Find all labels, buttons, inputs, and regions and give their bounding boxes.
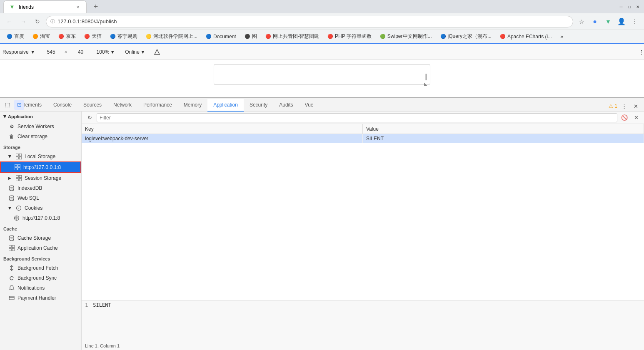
sidebar-item-local-storage[interactable]: ▶ Local Storage [0, 151, 81, 161]
col-header-key: Key [82, 124, 363, 134]
filter-input[interactable] [97, 113, 617, 122]
svg-rect-3 [19, 157, 22, 159]
bookmark-swiper[interactable]: 🟢 Swiper中文网制作... [377, 32, 435, 41]
svg-rect-0 [16, 154, 18, 156]
minimize-btn[interactable]: ─ [618, 4, 624, 10]
vuejs-btn[interactable]: ▼ [602, 16, 614, 27]
chrome-btn[interactable]: ● [589, 16, 601, 27]
new-tab-btn[interactable]: + [90, 1, 102, 12]
bookmark-hebei[interactable]: 🟡 河北软件学院网上... [142, 32, 201, 41]
table-header: Key Value [82, 124, 644, 134]
maximize-btn[interactable]: □ [627, 4, 632, 10]
window-controls: ─ □ ✕ [618, 4, 641, 10]
devtools-close-btn[interactable]: ✕ [631, 101, 641, 111]
table-area: Key Value loglevel:webpack-dev-server SI… [82, 124, 644, 300]
url-lock-icon: ⓘ [50, 18, 55, 25]
filter-clear-btn[interactable]: ✕ [632, 113, 641, 122]
sidebar-item-service-workers[interactable]: ⚙ Service Workers [0, 122, 81, 132]
bookmark-img[interactable]: ⚫ 图 [241, 32, 260, 41]
bookmark-jquery[interactable]: 🔵 jQuery之家（漫布... [437, 32, 495, 41]
reload-btn[interactable]: ↻ [32, 16, 43, 27]
sidebar-item-payment-handler[interactable]: Payment Handler [0, 293, 81, 303]
cookies-url-icon [13, 215, 20, 221]
sidebar-item-label: Cache Storage [17, 235, 51, 241]
bookmark-document[interactable]: 🔵 Document [202, 32, 240, 41]
forward-btn[interactable]: → [17, 16, 29, 27]
menu-btn[interactable]: ⋮ [629, 16, 641, 27]
back-btn[interactable]: ← [3, 16, 15, 27]
sidebar-item-label: Cookies [25, 205, 42, 211]
devtools-cursor-btn[interactable]: ⊡ [14, 100, 24, 110]
svg-point-12 [10, 186, 14, 187]
sidebar-item-web-sql[interactable]: Web SQL [0, 193, 81, 203]
table-row[interactable]: loglevel:webpack-dev-server SILENT [82, 134, 644, 143]
sidebar-item-bg-sync[interactable]: Background Sync [0, 273, 81, 283]
no-throttle-icon[interactable] [153, 48, 161, 56]
tab-security[interactable]: Security [244, 99, 273, 112]
bookmark-php[interactable]: 🔴 PHP 字符串函数 [324, 32, 375, 41]
devtools-area: ⬚ ⊡ Elements Console Sources Network Per… [0, 97, 644, 350]
svg-rect-6 [15, 168, 17, 170]
tab-application[interactable]: Application [207, 99, 244, 112]
sidebar-item-label: IndexedDB [17, 185, 42, 191]
profile-btn[interactable]: 👤 [616, 16, 627, 27]
sidebar-item-clear-storage[interactable]: 🗑 Clear storage [0, 132, 81, 141]
bookmark-baidu[interactable]: 🔵 百度 [3, 32, 27, 41]
sidebar-subitem-cookies-url[interactable]: http://127.0.0.1:8 [0, 213, 81, 223]
sidebar-item-indexeddb[interactable]: IndexedDB [0, 183, 81, 193]
sidebar-item-label: Notifications [17, 285, 45, 291]
devtools-right-icons: ⚠ 1 ⋮ ✕ [609, 101, 644, 111]
width-input[interactable] [43, 47, 60, 57]
sidebar-subitem-local-storage-url[interactable]: http://127.0.0.1:8 [0, 161, 81, 173]
indexeddb-icon [8, 185, 15, 191]
sidebar-item-session-storage[interactable]: ▶ Session Storage [0, 173, 81, 183]
bookmark-more[interactable]: » [557, 32, 567, 41]
online-dropdown-icon: ▼ [140, 49, 145, 55]
svg-rect-24 [9, 248, 11, 251]
tab-performance[interactable]: Performance [137, 99, 178, 112]
tab-sources[interactable]: Sources [77, 99, 107, 112]
resize-handle[interactable]: ‖ ◣ [422, 69, 430, 89]
responsive-select[interactable]: Responsive ▼ [0, 48, 38, 56]
dim-separator: × [65, 49, 67, 55]
bookmark-jd[interactable]: 🔴 京东 [55, 32, 79, 41]
sidebar-item-cookies[interactable]: ▶ Cookies [0, 203, 81, 213]
star-btn[interactable]: ☆ [576, 16, 587, 27]
sidebar-item-notifications[interactable]: Notifications [0, 283, 81, 293]
svg-rect-25 [12, 248, 15, 251]
warning-badge[interactable]: ⚠ 1 [609, 103, 617, 109]
tab-close-btn[interactable]: × [75, 4, 81, 10]
devtools-icons-left: ⬚ ⊡ [0, 98, 27, 111]
section-bg-services-label: Background Services [0, 253, 81, 263]
zoom-label: 100% [97, 49, 110, 55]
more-options-btn[interactable]: ⋮ [639, 49, 644, 55]
bookmark-qingtuan[interactable]: 🔴 网上共青团·智慧团建 [262, 32, 322, 41]
devtools-sidebar: ▶ Application ⚙ Service Workers 🗑 Clear … [0, 112, 82, 350]
tab-memory[interactable]: Memory [178, 99, 207, 112]
section-application[interactable]: ▶ Application [0, 112, 81, 122]
browser-tab[interactable]: ▼ friends × [3, 0, 87, 13]
bookmark-echarts[interactable]: 🔴 Apache ECharts (i... [497, 32, 555, 41]
tab-audits[interactable]: Audits [273, 99, 299, 112]
sidebar-item-bg-fetch[interactable]: Background Fetch [0, 263, 81, 273]
filter-block-btn[interactable]: 🚫 [620, 113, 629, 122]
tab-network[interactable]: Network [107, 99, 137, 112]
bookmark-tianmao[interactable]: 🔴 天猫 [81, 32, 105, 41]
zoom-dropdown-icon: ▼ [110, 49, 115, 55]
zoom-select[interactable]: 100% ▼ [94, 48, 118, 56]
url-bar[interactable]: ⓘ 127.0.0.1:8080/#/publish [46, 16, 573, 27]
chevron-icon: ▶ [8, 155, 12, 158]
sidebar-item-label: Background Fetch [17, 265, 58, 271]
bookmark-taobao[interactable]: 🟠 淘宝 [29, 32, 53, 41]
bookmark-suning[interactable]: 🔵 苏宁易购 [107, 32, 141, 41]
devtools-more-btn[interactable]: ⋮ [619, 101, 629, 111]
sidebar-item-cache-storage[interactable]: Cache Storage [0, 233, 81, 243]
sidebar-item-app-cache[interactable]: Application Cache [0, 243, 81, 253]
height-input[interactable] [72, 47, 89, 57]
close-btn[interactable]: ✕ [635, 4, 641, 10]
devtools-dock-btn[interactable]: ⬚ [2, 100, 12, 110]
tab-console[interactable]: Console [47, 99, 77, 112]
tab-vue[interactable]: Vue [299, 99, 320, 112]
online-select[interactable]: Online ▼ [122, 48, 148, 56]
filter-refresh-btn[interactable]: ↻ [85, 113, 94, 122]
